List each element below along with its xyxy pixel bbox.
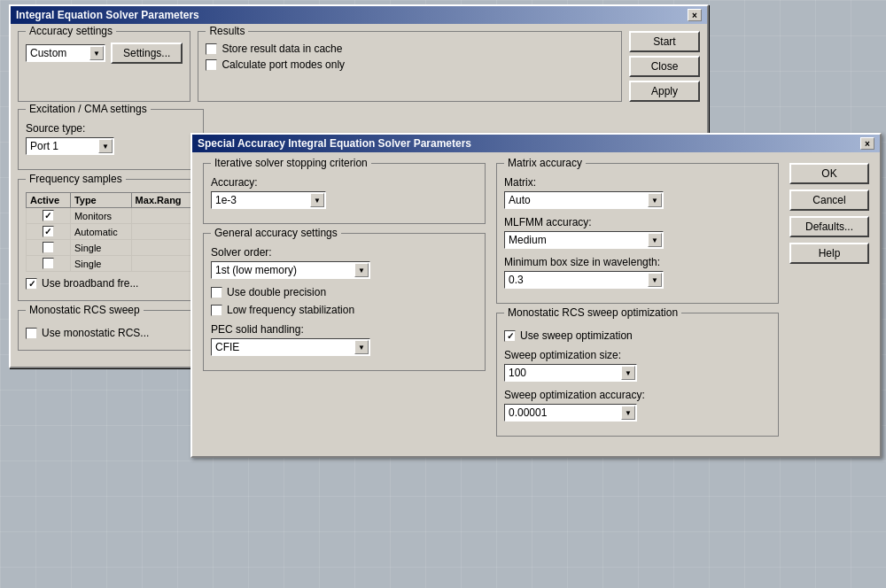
double-precision-box bbox=[211, 287, 222, 298]
results-group-label: Results bbox=[206, 25, 248, 37]
defaults-button[interactable]: Defaults... bbox=[789, 216, 869, 237]
row2-range bbox=[131, 224, 195, 240]
results-group: Results Store result data in cache Calcu… bbox=[198, 31, 622, 102]
store-result-label: Store result data in cache bbox=[222, 43, 342, 55]
close-button[interactable]: Close bbox=[629, 56, 700, 77]
accuracy-dropdown[interactable]: Custom bbox=[26, 44, 105, 62]
row4-range bbox=[131, 256, 195, 272]
monostatic-checkbox-box bbox=[26, 328, 37, 339]
double-precision-label: Use double precision bbox=[227, 286, 326, 298]
apply-button[interactable]: Apply bbox=[629, 81, 700, 102]
row4-active bbox=[27, 256, 71, 272]
frequency-group-label: Frequency samples bbox=[26, 173, 126, 185]
low-freq-label: Low frequency stabilization bbox=[227, 304, 354, 316]
cancel-button[interactable]: Cancel bbox=[789, 190, 869, 211]
special-dialog-titlebar: Special Accuracy Integral Equation Solve… bbox=[192, 135, 880, 152]
table-row: Single bbox=[27, 240, 196, 256]
special-dialog: Special Accuracy Integral Equation Solve… bbox=[190, 133, 882, 458]
col-active: Active bbox=[27, 193, 71, 208]
general-group-label: General accuracy settings bbox=[211, 227, 341, 239]
store-result-checkbox-box bbox=[206, 43, 217, 55]
iterative-accuracy-dropdown[interactable]: 1e-3 bbox=[211, 191, 326, 209]
special-buttons-panel: OK Cancel Defaults... Help bbox=[789, 163, 869, 445]
main-dialog-close-btn[interactable]: × bbox=[688, 9, 702, 21]
accuracy-field-label: Accuracy: bbox=[211, 176, 478, 189]
special-dialog-title: Special Accuracy Integral Equation Solve… bbox=[198, 137, 471, 150]
sweep-accuracy-dropdown[interactable]: 0.00001 bbox=[504, 404, 637, 422]
sweep-size-dropdown[interactable]: 100 bbox=[504, 364, 637, 382]
solver-order-wrapper[interactable]: 1st (low memory) ▼ bbox=[211, 261, 370, 279]
monostatic-checkbox[interactable]: Use monostatic RCS... bbox=[26, 327, 196, 339]
col-type: Type bbox=[70, 193, 131, 208]
low-freq-checkbox[interactable]: Low frequency stabilization bbox=[211, 304, 478, 316]
sweep-opt-label: Use sweep optimization bbox=[520, 329, 633, 342]
special-left-panel: Iterative solver stopping criterion Accu… bbox=[203, 163, 486, 445]
mlfmm-dropdown[interactable]: Medium bbox=[504, 231, 664, 249]
excitation-group-label: Excitation / CMA settings bbox=[26, 103, 151, 115]
matrix-label: Matrix: bbox=[504, 176, 771, 189]
sweep-opt-checkbox[interactable]: Use sweep optimization bbox=[504, 329, 771, 342]
min-box-dropdown[interactable]: 0.3 bbox=[504, 271, 664, 289]
table-row: Single bbox=[27, 256, 196, 272]
broadband-checkbox-box bbox=[26, 278, 37, 290]
frequency-group: Frequency samples Active Type Max.Rang bbox=[18, 179, 204, 301]
low-freq-box bbox=[211, 305, 222, 316]
ok-button[interactable]: OK bbox=[789, 163, 869, 184]
main-dialog-titlebar: Integral Equation Solver Parameters × bbox=[11, 6, 707, 24]
min-box-wrapper[interactable]: 0.3 ▼ bbox=[504, 271, 664, 289]
accuracy-group-label: Accuracy settings bbox=[26, 25, 116, 37]
special-right-panel: Matrix accuracy Matrix: Auto ▼ MLFMM acc… bbox=[496, 163, 779, 445]
row1-range bbox=[131, 208, 195, 224]
calc-port-checkbox[interactable]: Calculate port modes only bbox=[206, 58, 614, 71]
monostatic-opt-group: Monostatic RCS sweep optimization Use sw… bbox=[496, 313, 779, 437]
row3-active bbox=[27, 240, 71, 256]
pec-dropdown[interactable]: CFIE bbox=[211, 338, 370, 356]
table-row: Automatic bbox=[27, 224, 196, 240]
iterative-group: Iterative solver stopping criterion Accu… bbox=[203, 163, 486, 224]
monostatic-opt-label: Monostatic RCS sweep optimization bbox=[504, 306, 681, 319]
accuracy-dropdown-wrapper[interactable]: Custom ▼ bbox=[26, 44, 105, 62]
row4-type: Single bbox=[70, 256, 131, 272]
row1-active bbox=[27, 208, 71, 224]
source-type-label: Source type: bbox=[26, 122, 196, 135]
broadband-checkbox[interactable]: Use broadband fre... bbox=[26, 277, 196, 290]
matrix-dropdown[interactable]: Auto bbox=[504, 191, 664, 209]
solver-order-dropdown[interactable]: 1st (low memory) bbox=[211, 261, 370, 279]
special-dialog-close-btn[interactable]: × bbox=[860, 137, 874, 150]
iterative-group-label: Iterative solver stopping criterion bbox=[211, 157, 371, 169]
row2-active bbox=[27, 224, 71, 240]
help-button[interactable]: Help bbox=[789, 243, 869, 264]
calc-port-checkbox-box bbox=[206, 59, 217, 71]
start-button[interactable]: Start bbox=[629, 31, 700, 52]
row2-type: Automatic bbox=[70, 224, 131, 240]
store-result-checkbox[interactable]: Store result data in cache bbox=[206, 43, 614, 55]
solver-order-label: Solver order: bbox=[211, 246, 478, 259]
row3-range bbox=[131, 240, 195, 256]
sweep-size-label: Sweep optimization size: bbox=[504, 349, 771, 361]
monostatic-group: Monostatic RCS sweep Use monostatic RCS.… bbox=[18, 310, 204, 351]
broadband-label: Use broadband fre... bbox=[42, 277, 138, 290]
mlfmm-wrapper[interactable]: Medium ▼ bbox=[504, 231, 664, 249]
mlfmm-label: MLFMM accuracy: bbox=[504, 216, 771, 228]
matrix-group-label: Matrix accuracy bbox=[504, 157, 586, 169]
main-dialog-title: Integral Equation Solver Parameters bbox=[16, 9, 199, 21]
settings-button[interactable]: Settings... bbox=[111, 43, 183, 64]
matrix-group: Matrix accuracy Matrix: Auto ▼ MLFMM acc… bbox=[496, 163, 779, 304]
pec-wrapper[interactable]: CFIE ▼ bbox=[211, 338, 370, 356]
excitation-group: Excitation / CMA settings Source type: P… bbox=[18, 109, 204, 170]
sweep-size-wrapper[interactable]: 100 ▼ bbox=[504, 364, 637, 382]
table-row: Monitors bbox=[27, 208, 196, 224]
sweep-opt-box bbox=[504, 330, 516, 342]
double-precision-checkbox[interactable]: Use double precision bbox=[211, 286, 478, 298]
source-type-wrapper[interactable]: Port 1 ▼ bbox=[26, 137, 114, 155]
sweep-accuracy-wrapper[interactable]: 0.00001 ▼ bbox=[504, 404, 637, 422]
source-type-dropdown[interactable]: Port 1 bbox=[26, 137, 114, 155]
accuracy-group: Accuracy settings Custom ▼ Settings... bbox=[18, 31, 190, 102]
matrix-wrapper[interactable]: Auto ▼ bbox=[504, 191, 664, 209]
min-box-label: Minimum box size in wavelength: bbox=[504, 256, 771, 268]
sweep-accuracy-label: Sweep optimization accuracy: bbox=[504, 389, 771, 401]
monostatic-group-label: Monostatic RCS sweep bbox=[26, 304, 144, 316]
general-group: General accuracy settings Solver order: … bbox=[203, 233, 486, 371]
accuracy-dropdown-wrapper-2[interactable]: 1e-3 ▼ bbox=[211, 191, 326, 209]
frequency-table: Active Type Max.Rang Monitors bbox=[26, 192, 196, 272]
